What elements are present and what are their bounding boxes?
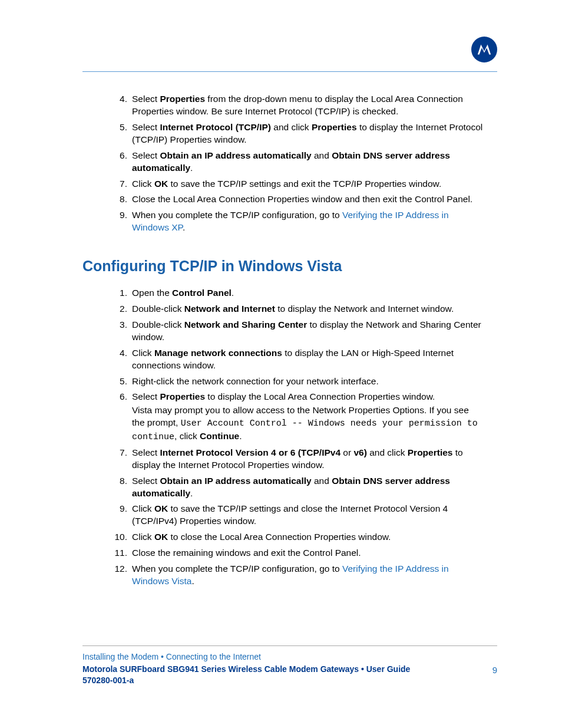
step-number: 7. <box>115 178 127 190</box>
list-item: 1.Open the Control Panel. <box>82 287 483 299</box>
xp-steps-list: 4.Select Properties from the drop-down m… <box>82 93 483 234</box>
list-item: 9.When you complete the TCP/IP configura… <box>82 209 483 234</box>
step-number: 6. <box>111 391 127 403</box>
step-number: 7. <box>111 447 127 459</box>
step-text: Open the Control Panel. <box>132 287 483 299</box>
list-item: 12.When you complete the TCP/IP configur… <box>82 563 483 588</box>
footer-doc-title: Motorola SURFboard SBG941 Series Wireles… <box>82 664 497 687</box>
step-text: Select Properties to display the Local A… <box>132 391 483 403</box>
list-item: 2.Double-click Network and Internet to d… <box>82 303 483 315</box>
list-item: 5.Select Internet Protocol (TCP/IP) and … <box>82 121 483 146</box>
list-item: 9.Click OK to save the TCP/IP settings a… <box>82 503 483 528</box>
step-number: 4. <box>111 347 127 360</box>
step-number: 4. <box>115 93 127 106</box>
step-text: Click OK to close the Local Area Connect… <box>132 531 483 543</box>
motorola-logo-icon <box>471 37 497 62</box>
step-number: 8. <box>115 193 127 206</box>
list-item: 4.Click Manage network connections to di… <box>82 347 483 372</box>
step-number: 5. <box>111 375 127 388</box>
step-text: Double-click Network and Sharing Center … <box>132 319 483 344</box>
step-text: Right-click the network connection for y… <box>132 375 483 388</box>
header-rule <box>82 37 497 72</box>
list-item: 4.Select Properties from the drop-down m… <box>82 93 483 118</box>
footer-title-line1: Motorola SURFboard SBG941 Series Wireles… <box>82 664 410 674</box>
step-text: Close the Local Area Connection Properti… <box>132 193 483 206</box>
section-heading: Configuring TCP/IP in Windows Vista <box>82 256 483 276</box>
list-item: 8.Select Obtain an IP address automatica… <box>82 475 483 500</box>
step-text: When you complete the TCP/IP configurati… <box>132 209 483 234</box>
step-number: 12. <box>111 563 127 575</box>
step-number: 9. <box>111 503 127 515</box>
step-subtext: Vista may prompt you to allow access to … <box>132 404 483 443</box>
list-item: 7.Click OK to save the TCP/IP settings a… <box>82 178 483 190</box>
step-number: 10. <box>111 531 127 543</box>
list-item: 10.Click OK to close the Local Area Conn… <box>82 531 483 543</box>
list-item: 7.Select Internet Protocol Version 4 or … <box>82 447 483 472</box>
step-text: Select Internet Protocol (TCP/IP) and cl… <box>132 121 483 146</box>
step-number: 1. <box>111 287 127 299</box>
step-number: 8. <box>111 475 127 487</box>
list-item: 11.Close the remaining windows and exit … <box>82 547 483 559</box>
page-number: 9 <box>492 665 497 675</box>
step-text: Click Manage network connections to disp… <box>132 347 483 372</box>
step-number: 6. <box>115 150 127 162</box>
page-footer: Installing the Modem • Connecting to the… <box>82 645 497 687</box>
vista-steps-list: 1.Open the Control Panel.2.Double-click … <box>82 287 483 588</box>
list-item: 6.Select Obtain an IP address automatica… <box>82 150 483 174</box>
list-item: 6.Select Properties to display the Local… <box>82 391 483 443</box>
step-text: Click OK to save the TCP/IP settings and… <box>132 503 483 528</box>
step-number: 5. <box>115 121 127 134</box>
step-text: Double-click Network and Internet to dis… <box>132 303 483 315</box>
step-text: When you complete the TCP/IP configurati… <box>132 563 483 588</box>
step-text: Select Properties from the drop-down men… <box>132 93 483 118</box>
list-item: 8.Close the Local Area Connection Proper… <box>82 193 483 206</box>
step-text: Select Obtain an IP address automaticall… <box>132 475 483 500</box>
footer-title-line2: 570280-001-a <box>82 676 134 685</box>
footer-breadcrumb: Installing the Modem • Connecting to the… <box>82 652 497 661</box>
step-number: 9. <box>115 209 127 222</box>
page-content: 4.Select Properties from the drop-down m… <box>82 93 483 591</box>
step-number: 11. <box>111 547 127 559</box>
step-text: Click OK to save the TCP/IP settings and… <box>132 178 483 190</box>
step-text: Select Obtain an IP address automaticall… <box>132 150 483 174</box>
step-number: 3. <box>111 319 127 331</box>
list-item: 3.Double-click Network and Sharing Cente… <box>82 319 483 344</box>
list-item: 5.Right-click the network connection for… <box>82 375 483 388</box>
step-text: Close the remaining windows and exit the… <box>132 547 483 559</box>
step-number: 2. <box>111 303 127 315</box>
step-text: Select Internet Protocol Version 4 or 6 … <box>132 447 483 472</box>
